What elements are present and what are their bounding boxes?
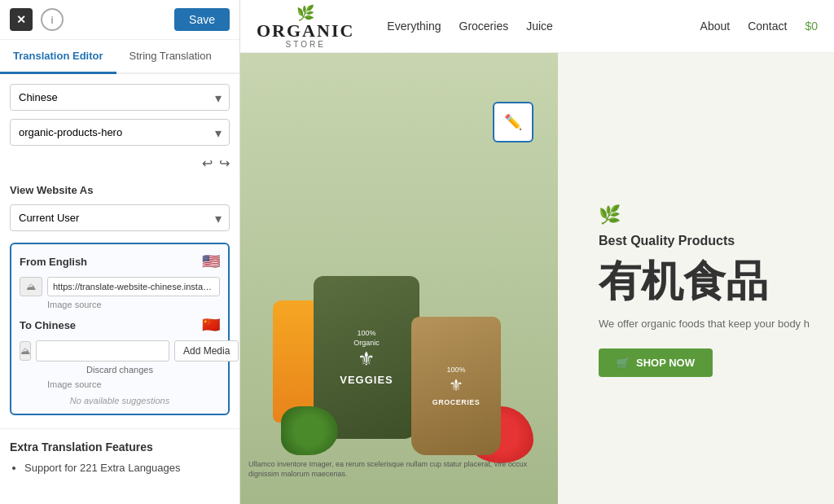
hero-subtitle: Best Quality Products	[599, 234, 810, 248]
site-logo: 🌿 ORGANIC STORE	[257, 4, 354, 49]
tabs: Translation Editor String Translation	[0, 40, 239, 74]
to-chinese-input-row: ⛰ Add Media	[20, 340, 220, 362]
from-english-label: From English	[20, 256, 87, 268]
wreath-icon: ⚜	[358, 348, 375, 370]
to-chinese-header: To Chinese 🇨🇳	[20, 316, 220, 334]
arrow-buttons: ↩ ↪	[10, 154, 230, 173]
nav-link-contact[interactable]: Contact	[748, 20, 787, 33]
grocery-bag: 100% ⚜ GROCERIES	[411, 317, 501, 455]
logo-leaf-icon: 🌿	[296, 4, 314, 22]
no-suggestions: No available suggestions	[20, 396, 220, 405]
panel-body: Chinese Spanish French organic-products-…	[0, 74, 239, 425]
add-media-button[interactable]: Add Media	[174, 340, 239, 362]
grocery-wreath-icon: ⚜	[449, 375, 463, 395]
us-flag: 🇺🇸	[202, 252, 220, 270]
nav-link-juice[interactable]: Juice	[526, 20, 553, 33]
save-button[interactable]: Save	[174, 8, 230, 31]
veggie-bag-label: VEGGIES	[340, 374, 393, 386]
close-button[interactable]: ✕	[10, 8, 33, 31]
hero-description: We offer organic foods that keep your bo…	[599, 316, 810, 332]
back-button[interactable]: ↩	[202, 156, 213, 171]
template-select-wrap: organic-products-hero home-page	[10, 119, 230, 146]
img-icon-from: ⛰	[20, 277, 42, 296]
logo-text-bottom: STORE	[286, 40, 326, 49]
top-bar: ✕ i Save	[0, 0, 239, 40]
extra-features: Extra Translation Features Support for 2…	[0, 428, 239, 485]
hero-chinese-title: 有机食品	[599, 258, 810, 305]
current-user-select-wrap: Current User Guest Admin	[10, 204, 230, 231]
shop-btn-label: SHOP NOW	[636, 357, 695, 369]
site-nav: 🌿 ORGANIC STORE Everything Groceries Jui…	[240, 0, 834, 53]
current-user-select[interactable]: Current User Guest Admin	[10, 204, 230, 231]
extra-features-list: Support for 221 Extra Languages	[10, 462, 230, 474]
nav-links: Everything Groceries Juice	[387, 20, 553, 33]
grocery-bag-label: GROCERIES	[432, 398, 481, 406]
img-icon-to: ⛰	[20, 341, 31, 361]
nav-link-everything[interactable]: Everything	[387, 20, 441, 33]
extra-features-title: Extra Translation Features	[10, 440, 230, 454]
to-chinese-input[interactable]	[36, 340, 169, 362]
edit-pencil-icon: ✏️	[504, 113, 522, 131]
hero-section: ✏️ 100%Organic ⚜ VEGGIES 100% ⚜ GROCERIE…	[240, 53, 834, 504]
nav-right: About Contact $0	[700, 20, 818, 33]
img-source-caption-from: Image source	[47, 300, 220, 309]
img-url-input[interactable]	[47, 277, 220, 296]
nav-link-groceries[interactable]: Groceries	[459, 20, 509, 33]
shop-now-button[interactable]: 🛒 SHOP NOW	[599, 348, 713, 377]
hero-image-area: ✏️ 100%Organic ⚜ VEGGIES 100% ⚜ GROCERIE…	[240, 53, 558, 504]
left-panel: ✕ i Save Translation Editor String Trans…	[0, 0, 240, 504]
to-chinese-label: To Chinese	[20, 319, 76, 331]
language-select-wrap: Chinese Spanish French	[10, 84, 230, 111]
discard-changes-link[interactable]: Discard changes	[20, 365, 220, 375]
grocery-bag-badge: 100%	[446, 366, 465, 375]
leaf-decoration-icon: 🌿	[599, 204, 810, 226]
tab-string-translation[interactable]: String Translation	[116, 40, 225, 74]
img-source-caption-to: Image source	[47, 379, 220, 389]
template-select[interactable]: organic-products-hero home-page	[10, 119, 230, 146]
from-english-header: From English 🇺🇸	[20, 252, 220, 270]
hero-content: 🌿 Best Quality Products 有机食品 We offer or…	[558, 53, 834, 504]
translation-box: From English 🇺🇸 ⛰ Image source To Chines…	[10, 243, 230, 415]
img-source-row-from: ⛰	[20, 277, 220, 296]
cn-flag: 🇨🇳	[202, 316, 220, 334]
cart-icon: 🛒	[617, 357, 630, 369]
language-select[interactable]: Chinese Spanish French	[10, 84, 230, 111]
info-button[interactable]: i	[41, 8, 64, 31]
edit-icon-box[interactable]: ✏️	[493, 102, 533, 142]
nav-price: $0	[805, 20, 818, 33]
image-overlay-text: Ullamco inventore Imager, ea rerum scele…	[248, 459, 550, 480]
nav-link-about[interactable]: About	[700, 20, 731, 33]
tab-translation-editor[interactable]: Translation Editor	[0, 40, 116, 74]
extra-feature-item: Support for 221 Extra Languages	[24, 462, 230, 474]
forward-button[interactable]: ↪	[219, 156, 230, 171]
herbs	[281, 406, 338, 455]
veggie-bag-badge: 100%Organic	[353, 329, 380, 348]
view-website-label: View Website As	[10, 184, 230, 196]
logo-text-top: ORGANIC	[257, 22, 354, 40]
right-panel: 🌿 ORGANIC STORE Everything Groceries Jui…	[240, 0, 834, 504]
